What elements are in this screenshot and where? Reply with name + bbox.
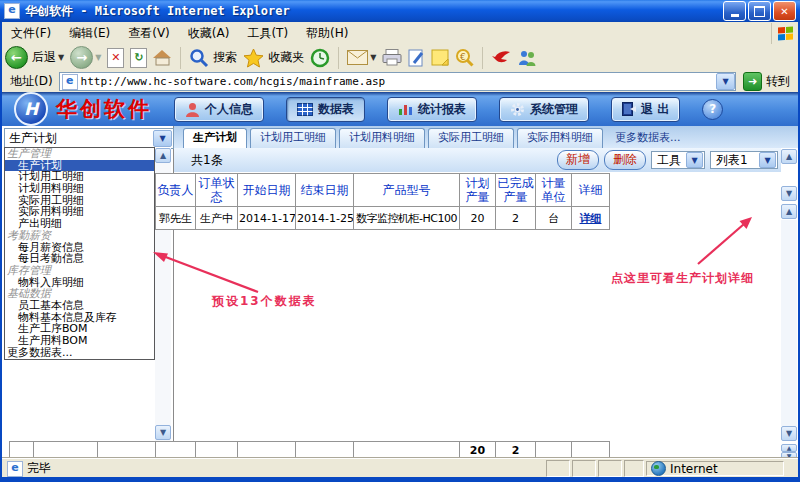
tab-actual-labor[interactable]: 实际用工明细 [428, 128, 514, 148]
add-button[interactable]: 新增 [557, 150, 599, 170]
col-planned-qty[interactable]: 计划产量 [460, 174, 496, 207]
scroll-down-icon[interactable]: ▼ [781, 186, 797, 201]
list-item[interactable]: 员工基本信息 [5, 300, 154, 312]
close-button[interactable]: ✕ [773, 1, 796, 21]
window-border [0, 477, 800, 482]
menu-favorites[interactable]: 收藏(A) [179, 23, 239, 44]
scrollbar-track[interactable] [781, 220, 797, 426]
cell-unit: 台 [536, 207, 572, 230]
home-button[interactable] [153, 49, 172, 66]
list-item[interactable]: 计划用料明细 [5, 183, 154, 195]
nav-personal-info-label: 个人信息 [205, 101, 253, 118]
cell-planned-qty: 20 [460, 207, 496, 230]
back-dropdown-icon[interactable]: ▼ [58, 53, 64, 62]
go-label: 转到 [766, 73, 790, 90]
print-button[interactable] [382, 49, 402, 66]
stop-button[interactable]: ✕ [107, 48, 124, 68]
back-button[interactable]: ← 后退 ▼ [5, 46, 64, 69]
windows-logo-icon [771, 23, 798, 44]
forward-icon: → [70, 46, 93, 69]
scroll-up-icon[interactable]: ▲ [781, 204, 797, 219]
status-text: 完毕 [27, 460, 51, 477]
mail-button[interactable]: ▼ [347, 50, 376, 65]
forward-button[interactable]: → ▼ [70, 46, 101, 69]
menu-view[interactable]: 查看(V) [119, 23, 179, 44]
history-button[interactable] [310, 48, 330, 68]
thunder-button[interactable] [491, 49, 511, 67]
record-count: 共1条 [191, 152, 223, 169]
scroll-up-icon[interactable]: ▲ [155, 148, 171, 163]
currency-magnifier-icon: € [455, 48, 474, 67]
edit-button[interactable] [408, 49, 425, 67]
tab-production-plan[interactable]: 生产计划 [183, 128, 247, 148]
edit-icon [408, 49, 425, 67]
cell-product-model: 数字监控机柜-HC100 [354, 207, 460, 230]
forward-dropdown-icon: ▼ [95, 53, 101, 62]
mail-dropdown-icon[interactable]: ▼ [370, 53, 376, 62]
tab-actual-material[interactable]: 实际用料明细 [517, 128, 603, 148]
list-item[interactable]: 生产用料BOM [5, 335, 154, 347]
table-selector-value: 生产计划 [9, 130, 57, 147]
nav-data-tables-label: 数据表 [318, 101, 354, 118]
summary-completed-qty: 2 [496, 442, 536, 460]
currency-button[interactable]: € [455, 48, 474, 67]
detail-link[interactable]: 详细 [580, 212, 602, 225]
nav-data-tables-button[interactable]: 数据表 [286, 97, 365, 122]
chevron-down-icon[interactable]: ▼ [686, 152, 703, 168]
table-selector-dropdown[interactable]: 生产计划 ▼ [4, 128, 174, 149]
nav-admin-button[interactable]: 系统管理 [499, 97, 589, 122]
col-status[interactable]: 订单状态 [196, 174, 238, 207]
tab-planned-material[interactable]: 计划用料明细 [339, 128, 425, 148]
scroll-up-icon[interactable]: ▲ [781, 444, 797, 452]
list-item-more-tables[interactable]: 更多数据表... [5, 347, 154, 359]
menu-edit[interactable]: 编辑(E) [60, 23, 119, 44]
refresh-button[interactable]: ↻ [130, 48, 147, 68]
notes-button[interactable] [431, 49, 449, 66]
col-end-date[interactable]: 结束日期 [296, 174, 354, 207]
list-group-attendance: 考勤薪资 [5, 230, 154, 242]
favorites-button[interactable]: 收藏夹 [243, 48, 304, 68]
col-product-model[interactable]: 产品型号 [354, 174, 460, 207]
minimize-button[interactable] [723, 1, 746, 21]
search-button[interactable]: 搜索 [189, 48, 237, 68]
col-detail[interactable]: 详细 [572, 174, 610, 207]
scroll-down-icon[interactable]: ▼ [781, 426, 797, 441]
nav-exit-button[interactable]: 退 出 [611, 97, 680, 122]
col-owner[interactable]: 负责人 [156, 174, 196, 207]
delete-button[interactable]: 删除 [604, 150, 646, 170]
scroll-up-icon[interactable]: ▲ [781, 149, 797, 164]
content-area: 生产计划 ▼ ▲ ▼ 生产管理 生产计划 计划用工明细 计划用料明细 实际用工明… [2, 126, 798, 458]
messenger-button[interactable] [517, 49, 538, 67]
menu-tools[interactable]: 工具(T) [238, 23, 297, 44]
help-icon[interactable]: ? [702, 99, 723, 120]
go-button[interactable]: ➜ 转到 [743, 72, 790, 91]
view-select[interactable]: 列表1 ▼ [710, 151, 778, 169]
browser-toolbar: ← 后退 ▼ → ▼ ✕ ↻ 搜索 收藏夹 ▼ [2, 44, 798, 72]
ie-page-icon: e [7, 461, 23, 477]
internet-globe-icon [651, 461, 666, 476]
tools-select[interactable]: 工具 ▼ [651, 151, 705, 169]
scroll-down-icon[interactable]: ▼ [155, 425, 171, 440]
maximize-button[interactable] [748, 1, 771, 21]
address-input[interactable]: e http://www.hc-software.com/hcgis/mainf… [59, 72, 736, 91]
chevron-down-icon[interactable]: ▼ [759, 152, 776, 168]
tab-more-tables[interactable]: 更多数据表... [615, 128, 681, 148]
window-border [0, 22, 2, 482]
menu-help[interactable]: 帮助(H) [297, 23, 357, 44]
favorites-label: 收藏夹 [268, 49, 304, 66]
back-label: 后退 [32, 49, 56, 66]
grid-scrollbar[interactable]: ▲ ▼ ▲ ▼ ▲ ▼ [781, 148, 797, 458]
nav-personal-info-button[interactable]: 个人信息 [174, 97, 264, 122]
nav-reports-label: 统计报表 [418, 101, 466, 118]
nav-reports-button[interactable]: 统计报表 [387, 97, 477, 122]
chevron-down-icon[interactable]: ▼ [153, 130, 172, 147]
cell-completed-qty: 2 [496, 207, 536, 230]
menu-file[interactable]: 文件(F) [2, 23, 60, 44]
tab-bar: 生产计划 计划用工明细 计划用料明细 实际用工明细 实际用料明细 更多数据表..… [174, 126, 798, 148]
page-icon: e [62, 74, 78, 90]
address-dropdown-icon[interactable]: ▼ [716, 73, 735, 90]
col-unit[interactable]: 计量单位 [536, 174, 572, 207]
col-completed-qty[interactable]: 已完成产量 [496, 174, 536, 207]
tab-planned-labor[interactable]: 计划用工明细 [250, 128, 336, 148]
col-start-date[interactable]: 开始日期 [238, 174, 296, 207]
